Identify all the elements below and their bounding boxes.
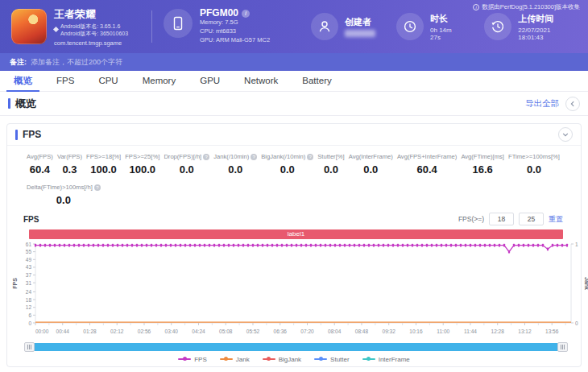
svg-text:03:40: 03:40 <box>165 329 179 334</box>
duration-value: 0h 14m 27s <box>430 27 463 41</box>
help-icon[interactable]: ? <box>307 154 313 160</box>
duration-label: 时长 <box>430 13 463 25</box>
creator-label: 创建者 <box>345 16 375 28</box>
fps-threshold-label: FPS(>=) <box>458 215 484 223</box>
collapse-left-button[interactable] <box>565 97 580 111</box>
brush-handle-right[interactable] <box>557 342 568 352</box>
person-icon <box>311 13 338 40</box>
android-version-code: Android版本号: 365010603 <box>60 30 128 37</box>
brush-handle-left[interactable] <box>24 342 35 352</box>
stat-label: Avg(FPS) <box>27 153 53 160</box>
fps-chart-wrap: 061218243137434955610100:0000:4401:2802:… <box>7 239 581 342</box>
stat-Drop(FPS)[/h]: Drop(FPS)[/h]?0.0 <box>164 153 209 176</box>
tab-FPS[interactable]: FPS <box>49 71 81 92</box>
chart-legend: FPSJankBigJankStutterInterFrame <box>7 353 581 365</box>
svg-text:02:12: 02:12 <box>110 329 124 334</box>
tab-bar: 概览FPSCPUMemoryGPUNetworkBattery <box>0 71 588 92</box>
info-icon: i <box>473 4 479 10</box>
package-name: com.tencent.tmgp.sgame <box>54 39 128 47</box>
device-memory: Memory: 7.5G <box>200 18 270 27</box>
upload-time-label: 上传时间 <box>518 13 577 25</box>
creator-name-redacted <box>345 30 375 37</box>
fps-panel-title: FPS <box>23 129 41 140</box>
tab-Battery[interactable]: Battery <box>295 71 338 92</box>
help-icon[interactable]: ? <box>94 184 101 191</box>
fps-panel: FPS Avg(FPS)60.4Var(FPS)0.3FPS>=18[%]100… <box>6 123 582 367</box>
chart-brush <box>29 343 563 352</box>
fps-threshold-high-input[interactable] <box>519 213 544 225</box>
stat-Var(FPS): Var(FPS)0.3 <box>57 153 82 176</box>
fps-panel-header: FPS <box>7 124 581 146</box>
stat-label: BigJank(/10min)? <box>261 153 313 160</box>
remarks-bar[interactable]: 备注: 添加备注，不超过200个字符 <box>0 53 588 71</box>
device-gpu: GPU: ARM Mali-G57 MC2 <box>200 35 270 44</box>
right-axis-title: Jank <box>584 277 588 290</box>
legend-label: Stutter <box>330 356 350 363</box>
device-block: PFGM00 i Memory: 7.5G CPU: mt6833 GPU: A… <box>164 9 290 44</box>
stat-FTime>=100ms[%]: FTime>=100ms[%]0.0 <box>508 153 560 176</box>
svg-text:05:08: 05:08 <box>219 329 233 334</box>
tab-Memory[interactable]: Memory <box>135 71 184 92</box>
reset-link[interactable]: 重置 <box>549 214 563 225</box>
brush-track[interactable] <box>29 343 563 351</box>
phone-icon <box>164 9 193 38</box>
stat-label: Stutter[%] <box>317 153 344 160</box>
perfdog-report-page: i 数据由PerfDog[5.1.210300]版本收集 王者荣耀 Androi… <box>0 0 588 372</box>
stat-Avg(InterFrame): Avg(InterFrame)0.0 <box>349 153 393 176</box>
stat-Delta(FTime)>100ms[/h]: Delta(FTime)>100ms[/h]?0.0 <box>27 184 101 206</box>
game-app-icon <box>11 9 47 44</box>
legend-marker <box>362 358 375 360</box>
help-icon[interactable]: ? <box>251 154 257 160</box>
stat-label: Delta(FTime)>100ms[/h]? <box>27 184 101 191</box>
legend-item-Stutter[interactable]: Stutter <box>314 356 350 363</box>
legend-label: FPS <box>194 356 207 363</box>
android-version-name: Android版本名: 3.65.1.6 <box>60 23 128 30</box>
chart-title: FPS <box>23 215 39 224</box>
svg-text:11:00: 11:00 <box>437 329 449 334</box>
stat-value: 60.4 <box>30 163 50 176</box>
svg-text:18: 18 <box>26 297 32 303</box>
app-texts: 王者荣耀 Android版本名: 3.65.1.6 Android版本号: 36… <box>54 7 128 47</box>
svg-text:0: 0 <box>575 320 578 326</box>
legend-item-InterFrame[interactable]: InterFrame <box>362 356 410 363</box>
tab-CPU[interactable]: CPU <box>91 71 125 92</box>
version-row: Android版本名: 3.65.1.6 Android版本号: 3650106… <box>54 23 128 37</box>
stat-value: 0.3 <box>62 163 77 176</box>
fps-threshold-low-input[interactable] <box>489 213 514 225</box>
stat-value: 100.0 <box>90 163 117 176</box>
stat-label: Avg(FPS+InterFrame) <box>397 153 457 160</box>
device-name: PFGM00 <box>200 9 238 18</box>
tab-GPU[interactable]: GPU <box>193 71 227 92</box>
device-texts: PFGM00 i Memory: 7.5G CPU: mt6833 GPU: A… <box>200 9 270 44</box>
fps-chart[interactable]: 061218243137434955610100:0000:4401:2802:… <box>10 239 588 339</box>
svg-text:02:56: 02:56 <box>138 329 151 334</box>
help-icon[interactable]: ? <box>203 154 209 160</box>
stat-label: FPS>=18[%] <box>86 153 121 160</box>
overview-section-header: 概览 导出全部 <box>0 92 588 116</box>
remarks-placeholder: 添加备注，不超过200个字符 <box>31 57 122 68</box>
stat-Avg(FPS): Avg(FPS)60.4 <box>27 153 53 176</box>
tab-Network[interactable]: Network <box>237 71 285 92</box>
legend-item-BigJank[interactable]: BigJank <box>263 356 301 363</box>
tab-概览[interactable]: 概览 <box>6 71 39 92</box>
svg-text:08:48: 08:48 <box>355 329 369 334</box>
svg-text:04:24: 04:24 <box>192 329 205 334</box>
collapse-down-button[interactable] <box>558 127 573 142</box>
clock-icon <box>396 13 424 40</box>
legend-item-FPS[interactable]: FPS <box>178 356 207 363</box>
svg-text:08:04: 08:04 <box>328 329 342 334</box>
stat-value: 0.0 <box>324 163 338 176</box>
stat-value: 0.0 <box>228 163 242 176</box>
report-header: i 数据由PerfDog[5.1.210300]版本收集 王者荣耀 Androi… <box>0 0 588 53</box>
svg-text:05:52: 05:52 <box>246 329 260 334</box>
svg-text:61: 61 <box>26 242 32 247</box>
stat-Stutter[%]: Stutter[%]0.0 <box>317 153 344 176</box>
stat-label: Var(FPS) <box>57 153 82 160</box>
legend-item-Jank[interactable]: Jank <box>220 356 250 363</box>
legend-marker <box>314 358 327 360</box>
stat-label: FTime>=100ms[%] <box>508 153 560 160</box>
legend-marker <box>263 358 275 360</box>
export-all-link[interactable]: 导出全部 <box>525 98 559 110</box>
device-info-icon[interactable]: i <box>242 10 250 18</box>
collector-note: i 数据由PerfDog[5.1.210300]版本收集 <box>473 3 580 11</box>
